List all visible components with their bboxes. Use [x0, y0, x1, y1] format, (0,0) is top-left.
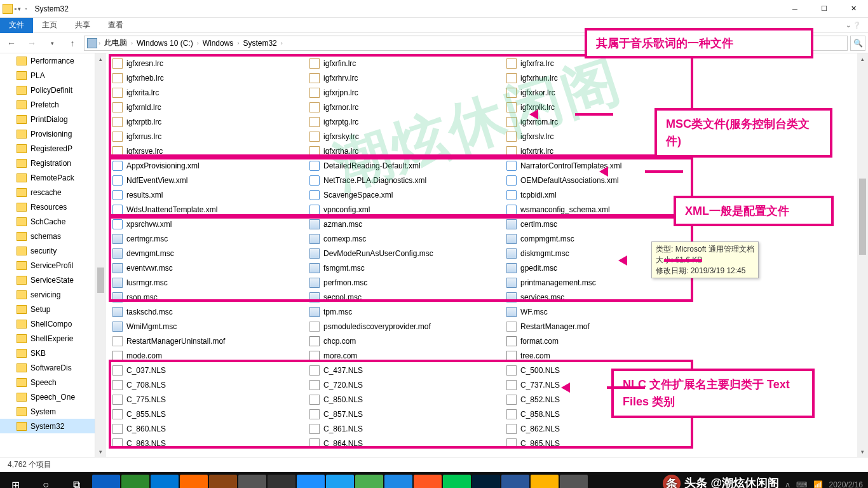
file-item[interactable]: RestartManagerUninstall.mof [111, 334, 308, 348]
tray-up-icon[interactable]: ᴧ [785, 480, 790, 488]
file-item[interactable]: devmgmt.msc [111, 246, 308, 261]
taskbar-app[interactable] [238, 475, 266, 488]
scroll-down-icon[interactable]: ▾ [95, 446, 106, 457]
file-item[interactable]: rsop.msc [111, 290, 308, 304]
file-item[interactable]: DevModeRunAsUserConfig.msc [308, 246, 505, 261]
file-item[interactable]: DetailedReading-Default.xml [308, 158, 505, 173]
file-item[interactable]: tpm.msc [308, 304, 505, 319]
taskbar-app[interactable] [297, 475, 325, 488]
sidebar-item[interactable]: RemotePack [0, 170, 95, 185]
start-button[interactable]: ⊞ [0, 472, 31, 488]
taskbar-app[interactable] [560, 475, 588, 488]
sidebar-item[interactable]: Registration [0, 156, 95, 170]
maximize-button[interactable]: ☐ [810, 0, 839, 18]
taskbar-app[interactable] [180, 475, 208, 488]
file-item[interactable]: certmgr.msc [111, 231, 308, 246]
file-item[interactable]: NdfEventView.xml [111, 173, 308, 187]
file-item[interactable]: C_775.NLS [111, 392, 308, 407]
sidebar-item[interactable]: rescache [0, 185, 95, 200]
clock[interactable]: 2020/2/16 [829, 480, 863, 488]
sidebar-item[interactable]: ShellCompo [0, 316, 95, 331]
file-item[interactable]: WF.msc [505, 304, 702, 319]
sidebar-item[interactable]: SoftwareDis [0, 360, 95, 375]
file-item[interactable]: more.com [308, 348, 505, 363]
minimize-button[interactable]: ─ [780, 0, 810, 18]
file-item[interactable]: xpsrchvw.xml [111, 217, 308, 231]
ime-icon[interactable]: ⌨ [796, 480, 807, 488]
sidebar-item[interactable]: ServiceProfil [0, 258, 95, 273]
sidebar-item[interactable]: servicing [0, 287, 95, 302]
taskbar-app[interactable] [209, 475, 237, 488]
taskbar-app[interactable] [443, 475, 471, 488]
scroll-up-icon[interactable]: ▴ [95, 53, 106, 64]
sidebar-item[interactable]: security [0, 243, 95, 258]
cortana-icon[interactable]: ○ [31, 472, 61, 488]
sidebar-item[interactable]: RegisteredP [0, 141, 95, 156]
file-item[interactable]: ScavengeSpace.xml [308, 187, 505, 202]
file-item[interactable]: mode.com [111, 348, 308, 363]
file-item[interactable]: WmiMgmt.msc [111, 319, 308, 334]
file-item[interactable]: RestartManager.mof [505, 319, 702, 334]
file-item[interactable]: perfmon.msc [308, 275, 505, 290]
taskbar-app[interactable] [92, 475, 120, 488]
file-item[interactable]: tree.com [505, 348, 702, 363]
scroll-up-icon[interactable]: ▴ [857, 53, 868, 64]
sidebar-item[interactable]: ShellExperie [0, 331, 95, 346]
file-item[interactable]: igfxrhun.lrc [505, 71, 702, 85]
file-tab[interactable]: 文件 [0, 18, 33, 33]
tab-share[interactable]: 共享 [66, 17, 99, 33]
file-item[interactable]: azman.msc [308, 217, 505, 231]
sidebar-item[interactable]: ServiceState [0, 273, 95, 287]
taskbar-app[interactable] [384, 475, 412, 488]
taskbar-app[interactable] [326, 475, 354, 488]
file-item[interactable]: C_864.NLS [308, 436, 505, 451]
close-button[interactable]: ✕ [839, 0, 868, 18]
taskbar-app[interactable] [121, 475, 149, 488]
file-item[interactable]: tcpbidi.xml [505, 187, 702, 202]
sidebar-item[interactable]: Prefetch [0, 97, 95, 112]
file-item[interactable]: C_863.NLS [111, 436, 308, 451]
file-item[interactable]: comexp.msc [308, 231, 505, 246]
file-item[interactable]: results.xml [111, 187, 308, 202]
file-item[interactable]: C_708.NLS [111, 377, 308, 392]
file-item[interactable]: chcp.com [308, 334, 505, 348]
file-item[interactable]: C_720.NLS [308, 377, 505, 392]
tab-home[interactable]: 主页 [33, 17, 66, 33]
ribbon-expand-icon[interactable]: ⌄ ❔ [838, 22, 868, 29]
file-item[interactable]: C_861.NLS [308, 421, 505, 436]
taskbar-app[interactable] [531, 475, 559, 488]
file-item[interactable]: AppxProvisioning.xml [111, 158, 308, 173]
file-item[interactable]: igfxresn.lrc [111, 56, 308, 71]
crumb[interactable]: System32 [240, 39, 279, 48]
file-item[interactable]: C_855.NLS [111, 407, 308, 421]
file-item[interactable]: services.msc [505, 290, 702, 304]
crumb[interactable]: Windows [200, 39, 236, 48]
file-item[interactable]: C_850.NLS [308, 392, 505, 407]
file-item[interactable]: fsmgmt.msc [308, 261, 505, 275]
file-item[interactable]: C_037.NLS [111, 363, 308, 377]
file-item[interactable]: C_865.NLS [505, 436, 702, 451]
taskview-icon[interactable]: ⧉ [61, 472, 92, 488]
sidebar-scrollbar[interactable]: ▴ ▾ [95, 53, 106, 457]
file-item[interactable]: igfxrita.lrc [111, 85, 308, 100]
file-item[interactable]: certlm.msc [505, 217, 702, 231]
sidebar-item[interactable]: Provisioning [0, 126, 95, 141]
back-button[interactable]: ← [3, 35, 20, 51]
taskbar-app[interactable] [268, 475, 295, 488]
sidebar-item[interactable]: PolicyDefinit [0, 83, 95, 97]
file-item[interactable]: igfxrfin.lrc [308, 56, 505, 71]
qat-dropdown-icon[interactable]: ▾ [18, 6, 21, 12]
qat-restore-icon[interactable]: ▫ [25, 6, 27, 12]
sidebar-item[interactable]: SKB [0, 346, 95, 360]
sidebar-item[interactable]: Speech_One [0, 390, 95, 404]
file-item[interactable]: format.com [505, 334, 702, 348]
file-item[interactable]: igfxrheb.lrc [111, 71, 308, 85]
file-item[interactable]: C_862.NLS [505, 421, 702, 436]
crumb[interactable]: 此电脑 [102, 37, 130, 48]
sidebar-item[interactable]: System32 [0, 419, 95, 433]
taskbar-app[interactable] [355, 475, 383, 488]
sidebar-item[interactable]: Resources [0, 200, 95, 214]
file-item[interactable]: WdsUnattendTemplate.xml [111, 202, 308, 217]
file-item[interactable]: secpol.msc [308, 290, 505, 304]
crumb[interactable]: Windows 10 (C:) [134, 39, 196, 48]
